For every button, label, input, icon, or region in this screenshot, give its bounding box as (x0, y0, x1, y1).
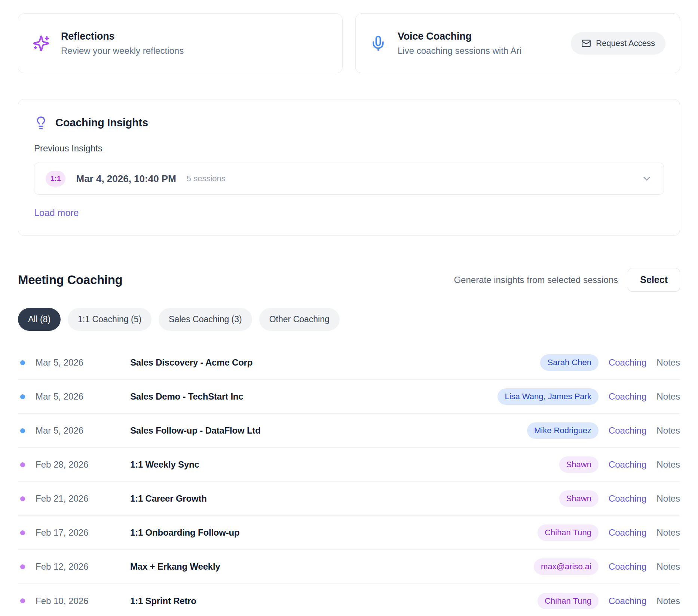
select-button[interactable]: Select (628, 268, 680, 292)
meeting-title: Sales Demo - TechStart Inc (130, 391, 243, 402)
insight-entry-row[interactable]: 1:1 Mar 4, 2026, 10:40 PM 5 sessions (34, 163, 664, 195)
insight-type-badge: 1:1 (46, 171, 65, 187)
meeting-date: Feb 28, 2026 (36, 459, 130, 470)
meeting-title: Sales Follow-up - DataFlow Ltd (130, 425, 261, 436)
meeting-type-dot (20, 496, 25, 501)
notes-link[interactable]: Notes (656, 561, 680, 572)
request-access-button[interactable]: Request Access (571, 32, 665, 55)
participants-badge: Chihan Tung (538, 524, 598, 541)
meeting-row[interactable]: Mar 5, 2026 Sales Demo - TechStart Inc L… (18, 380, 680, 414)
participants-badge: Lisa Wang, James Park (498, 388, 598, 405)
notes-link[interactable]: Notes (656, 596, 680, 606)
meeting-row[interactable]: Mar 5, 2026 Sales Discovery - Acme Corp … (18, 346, 680, 380)
coaching-link[interactable]: Coaching (609, 357, 646, 368)
voice-coaching-card: Voice Coaching Live coaching sessions wi… (355, 13, 680, 73)
meeting-row[interactable]: Feb 21, 2026 1:1 Career Growth Shawn Coa… (18, 482, 680, 516)
notes-link[interactable]: Notes (656, 459, 680, 470)
notes-link[interactable]: Notes (656, 391, 680, 402)
request-access-label: Request Access (596, 38, 655, 48)
participants-badge: Chihan Tung (538, 593, 598, 609)
meeting-title: Max + Erkang Weekly (130, 561, 220, 572)
participants-badge: Shawn (559, 490, 598, 507)
meeting-filters: All (8) 1:1 Coaching (5) Sales Coaching … (18, 308, 680, 331)
reflections-title: Reflections (61, 31, 184, 42)
coaching-link[interactable]: Coaching (609, 425, 646, 436)
meeting-date: Mar 5, 2026 (36, 425, 130, 436)
participants-badge: Mike Rodriguez (527, 422, 598, 439)
meeting-type-dot (20, 394, 25, 399)
meeting-row[interactable]: Feb 10, 2026 1:1 Sprint Retro Chihan Tun… (18, 584, 680, 616)
feature-cards-row: Reflections Review your weekly reflectio… (18, 13, 680, 73)
mail-icon (581, 38, 591, 48)
coaching-link[interactable]: Coaching (609, 527, 646, 538)
filter-1-1-coaching[interactable]: 1:1 Coaching (5) (68, 308, 151, 331)
meeting-title: Sales Discovery - Acme Corp (130, 357, 252, 368)
participants-badge: max@ariso.ai (534, 558, 598, 575)
meeting-type-dot (20, 530, 25, 535)
previous-insights-label: Previous Insights (34, 143, 664, 154)
load-more-link[interactable]: Load more (34, 207, 79, 218)
meeting-row[interactable]: Feb 12, 2026 Max + Erkang Weekly max@ari… (18, 550, 680, 584)
meeting-date: Feb 12, 2026 (36, 561, 130, 572)
microphone-icon (370, 35, 386, 52)
sparkles-icon (33, 35, 50, 52)
coaching-insights-title: Coaching Insights (55, 117, 148, 129)
meeting-row[interactable]: Mar 5, 2026 Sales Follow-up - DataFlow L… (18, 414, 680, 448)
filter-other-coaching[interactable]: Other Coaching (259, 308, 340, 331)
meeting-coaching-header: Meeting Coaching Generate insights from … (18, 268, 680, 292)
coaching-insights-card: Coaching Insights Previous Insights 1:1 … (18, 99, 680, 236)
notes-link[interactable]: Notes (656, 425, 680, 436)
meeting-coaching-title: Meeting Coaching (18, 273, 122, 287)
coaching-link[interactable]: Coaching (609, 493, 646, 504)
chevron-down-icon[interactable] (641, 173, 652, 184)
participants-badge: Shawn (559, 456, 598, 473)
meeting-date: Feb 17, 2026 (36, 527, 130, 538)
meeting-date: Mar 5, 2026 (36, 357, 130, 368)
meeting-list: Mar 5, 2026 Sales Discovery - Acme Corp … (18, 346, 680, 616)
filter-sales-coaching[interactable]: Sales Coaching (3) (159, 308, 252, 331)
coaching-link[interactable]: Coaching (609, 596, 646, 606)
meeting-type-dot (20, 564, 25, 569)
meeting-type-dot (20, 462, 25, 467)
coaching-link[interactable]: Coaching (609, 459, 646, 470)
notes-link[interactable]: Notes (656, 357, 680, 368)
filter-all[interactable]: All (8) (18, 308, 61, 331)
generate-insights-hint: Generate insights from selected sessions (454, 275, 618, 285)
coaching-insights-header: Coaching Insights (34, 116, 664, 130)
participants-badge: Sarah Chen (540, 354, 598, 371)
meeting-title: 1:1 Career Growth (130, 493, 207, 504)
meeting-row[interactable]: Feb 17, 2026 1:1 Onboarding Follow-up Ch… (18, 516, 680, 550)
coaching-page: Reflections Review your weekly reflectio… (0, 0, 698, 616)
meeting-type-dot (20, 428, 25, 433)
voice-coaching-title: Voice Coaching (398, 31, 521, 42)
insight-session-count: 5 sessions (187, 174, 226, 184)
meeting-date: Mar 5, 2026 (36, 391, 130, 402)
notes-link[interactable]: Notes (656, 527, 680, 538)
reflections-subtitle: Review your weekly reflections (61, 46, 184, 56)
meeting-row[interactable]: Feb 28, 2026 1:1 Weekly Sync Shawn Coach… (18, 448, 680, 482)
lightbulb-icon (34, 116, 48, 130)
meeting-date: Feb 10, 2026 (36, 596, 130, 606)
meeting-title: 1:1 Sprint Retro (130, 596, 196, 606)
coaching-link[interactable]: Coaching (609, 391, 646, 402)
meeting-date: Feb 21, 2026 (36, 493, 130, 504)
coaching-link[interactable]: Coaching (609, 561, 646, 572)
meeting-title: 1:1 Onboarding Follow-up (130, 527, 240, 538)
insight-date: Mar 4, 2026, 10:40 PM (76, 173, 176, 185)
meeting-type-dot (20, 598, 25, 603)
meeting-type-dot (20, 360, 25, 365)
meeting-title: 1:1 Weekly Sync (130, 459, 199, 470)
reflections-card[interactable]: Reflections Review your weekly reflectio… (18, 13, 343, 73)
voice-coaching-subtitle: Live coaching sessions with Ari (398, 46, 521, 56)
notes-link[interactable]: Notes (656, 493, 680, 504)
